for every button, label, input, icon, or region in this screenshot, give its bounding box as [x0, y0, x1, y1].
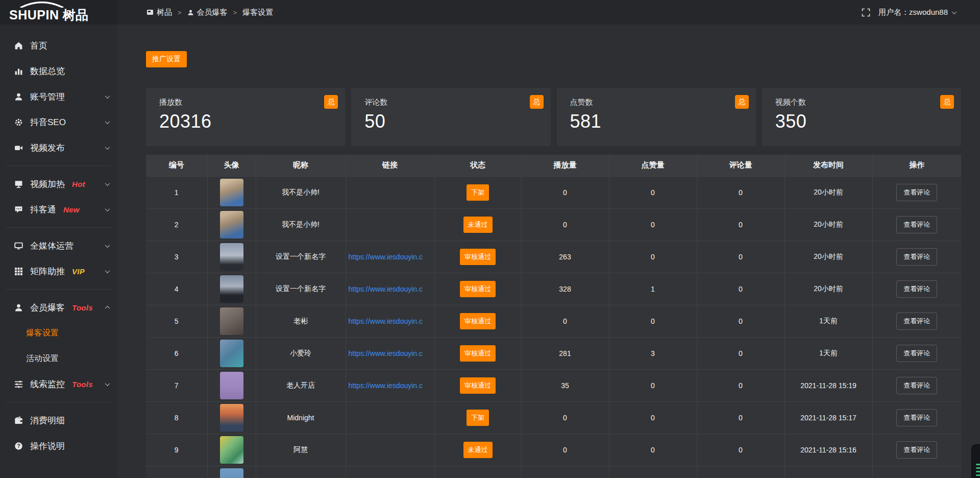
status-cell: 审核通过	[434, 305, 521, 337]
video-link[interactable]: https://www.iesdouyin.c	[349, 285, 423, 293]
sidebar-item[interactable]: 爆客设置	[0, 320, 117, 346]
chevron-down-icon	[105, 119, 110, 124]
promo-settings-button[interactable]: 推广设置	[146, 51, 187, 67]
sidebar-item[interactable]: 线索监控Tools	[0, 371, 117, 397]
table-row: 2我不是小帅!未通过00020小时前查看评论	[146, 208, 961, 241]
logo-text: SHUPIN树品	[9, 7, 88, 23]
plays-cell: 281	[521, 337, 609, 369]
sidebar-item[interactable]: 数据总览	[0, 58, 117, 84]
stat-label: 播放数	[159, 98, 335, 107]
avatar	[220, 436, 243, 464]
publish-time-cell	[785, 466, 872, 478]
avatar-cell	[207, 208, 256, 241]
chevron-down-icon	[105, 206, 110, 211]
link-cell	[346, 401, 434, 434]
status-cell: 审核通过	[434, 369, 521, 401]
nickname-cell: 我不是小帅!	[256, 176, 346, 208]
breadcrumb-item-shupin[interactable]: 树品	[146, 8, 172, 17]
sidebar-item[interactable]: 全媒体运营	[0, 233, 117, 258]
sidebar-item[interactable]: 抖客通New	[0, 197, 117, 222]
sidebar-item[interactable]: ?操作说明	[0, 433, 117, 459]
chart-icon	[14, 67, 23, 76]
column-header: 链接	[346, 155, 434, 176]
action-cell: 查看评论	[872, 241, 961, 273]
status-badge: 下架	[467, 184, 489, 201]
status-badge: 未通过	[463, 217, 493, 233]
column-header: 播放量	[521, 155, 609, 176]
view-comments-button[interactable]: 查看评论	[896, 345, 937, 362]
video-link[interactable]: https://www.iesdouyin.c	[349, 381, 423, 390]
sidebar-item[interactable]: 活动设置	[0, 346, 117, 371]
action-cell: 查看评论	[872, 305, 961, 337]
view-comments-button[interactable]: 查看评论	[896, 441, 937, 459]
action-cell: 查看评论	[872, 337, 961, 369]
user-icon	[187, 9, 194, 16]
comments-cell: 0	[697, 434, 785, 466]
breadcrumb-separator: >	[233, 9, 237, 16]
sidebar-item[interactable]: 会员爆客Tools	[0, 295, 117, 320]
sidebar-item-label: 操作说明	[30, 440, 65, 452]
status-cell: 审核通过	[434, 337, 521, 369]
row-number-cell: 3	[146, 241, 207, 273]
nickname-cell	[256, 466, 346, 478]
home-icon	[14, 41, 23, 50]
sidebar: 首页数据总览账号管理抖音SEO视频发布视频加热Hot抖客通New全媒体运营矩阵助…	[0, 25, 117, 478]
action-cell: 查看评论	[872, 401, 961, 434]
action-cell: 查看评论	[872, 176, 961, 208]
display-icon	[14, 180, 23, 188]
view-comments-button[interactable]: 查看评论	[896, 377, 937, 394]
link-cell: https://www.iesdouyin.c	[346, 273, 434, 305]
publish-time-cell: 20小时前	[785, 273, 872, 305]
table-row: 6小爱玲https://www.iesdouyin.c审核通过281301天前查…	[146, 337, 961, 369]
logo[interactable]: SHUPIN树品	[0, 0, 117, 25]
view-comments-button[interactable]: 查看评论	[896, 313, 937, 330]
video-link[interactable]: https://www.iesdouyin.c	[349, 253, 423, 261]
nickname-cell: 我不是小帅!	[256, 208, 346, 241]
fullscreen-icon[interactable]	[862, 8, 870, 17]
sidebar-item-badge: Tools	[72, 380, 93, 389]
sidebar-item[interactable]: 抖音SEO	[0, 109, 117, 135]
svg-text:?: ?	[17, 443, 20, 448]
plays-cell: 0	[521, 434, 609, 466]
view-comments-button[interactable]: 查看评论	[896, 216, 937, 233]
sidebar-item[interactable]: 消费明细	[0, 408, 117, 433]
sidebar-item[interactable]: 视频发布	[0, 135, 117, 160]
table-header-row: 编号 头像 昵称 链接 状态 播放量 点赞量 评论量 发布时间 操作	[146, 155, 961, 176]
sidebar-item[interactable]: 账号管理	[0, 84, 117, 109]
logo-cn: 树品	[62, 8, 88, 22]
plays-cell: 0	[521, 401, 609, 434]
view-comments-button[interactable]: 查看评论	[896, 248, 937, 266]
row-number-cell: 1	[146, 176, 207, 208]
floating-widget[interactable]	[971, 444, 980, 478]
row-number-cell: 8	[146, 401, 207, 434]
chevron-down-icon	[105, 243, 110, 248]
link-cell	[346, 208, 434, 241]
video-link[interactable]: https://www.iesdouyin.c	[349, 349, 423, 357]
stat-card-plays: 播放数 20316 总	[146, 88, 345, 146]
sidebar-item[interactable]: 首页	[0, 33, 117, 58]
view-comments-button[interactable]: 查看评论	[896, 409, 937, 426]
status-cell: 审核通过	[434, 241, 521, 273]
sidebar-item[interactable]: 矩阵助推VIP	[0, 258, 117, 284]
video-link[interactable]: https://www.iesdouyin.c	[349, 317, 423, 325]
likes-cell: 0	[609, 305, 697, 337]
view-comments-button[interactable]: 查看评论	[896, 184, 937, 201]
comments-cell: 0	[697, 176, 785, 208]
app-icon	[146, 9, 154, 16]
row-number-cell	[146, 466, 207, 478]
sliders-icon	[14, 380, 23, 389]
status-badge: 审核通过	[460, 345, 496, 362]
likes-cell: 0	[609, 208, 697, 241]
monitor-icon	[14, 242, 23, 250]
user-menu[interactable]: 用户名：zswodun88	[878, 8, 956, 17]
breadcrumb-item-member[interactable]: 会员爆客	[187, 8, 228, 17]
sidebar-item-label: 首页	[30, 40, 47, 52]
link-cell: https://www.iesdouyin.c	[346, 337, 434, 369]
table-row: 8Midnight下架0002021-11-28 15:17查看评论	[146, 401, 961, 434]
avatar	[220, 404, 243, 432]
avatar	[220, 307, 243, 335]
breadcrumb-label: 树品	[157, 8, 172, 17]
view-comments-button[interactable]: 查看评论	[896, 280, 937, 298]
status-cell: 未通过	[434, 434, 521, 466]
sidebar-item[interactable]: 视频加热Hot	[0, 171, 117, 197]
